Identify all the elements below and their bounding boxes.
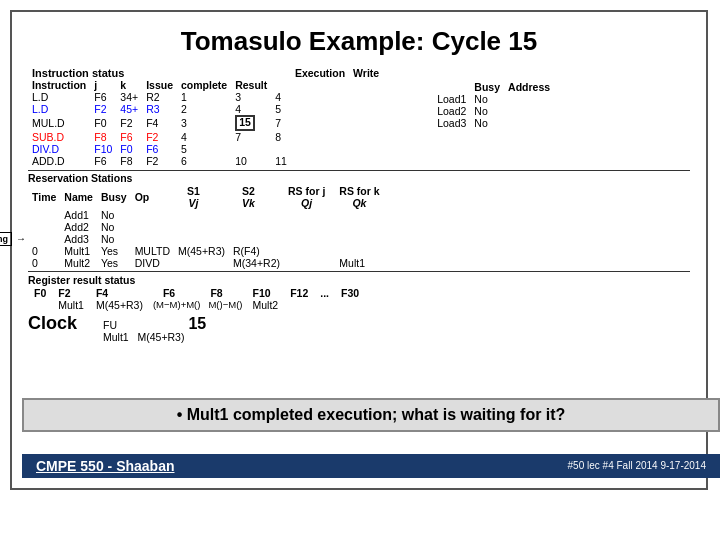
rs-row-add1: Add1 No [28, 209, 390, 221]
register-result-label: Register result status [28, 274, 690, 286]
main-container: Tomasulo Example: Cycle 15 Instruction s… [10, 10, 708, 490]
rs-row-add3: Add3 No [28, 233, 390, 245]
register-table: F0 F2 F4 F6 F8 F10 F12 ... F30 Mult1 M(4… [28, 287, 365, 311]
clock-value-row: 15 [188, 315, 236, 333]
instr-status-header: Instruction status [28, 67, 271, 79]
footer-right: #50 lec #4 Fall 2014 9-17-2014 [568, 459, 706, 473]
load-buffers-table: Busy Address Load1 No Load2 No Load3 [433, 81, 554, 167]
write-result-header: Write [349, 67, 383, 79]
col-k: k [116, 79, 142, 91]
clock-row: Clock FU Mult1 M(45+R3) 15 [28, 313, 690, 343]
page-title: Tomasulo Example: Cycle 15 [12, 12, 706, 65]
rs-table: Time Name Busy Op S1Vj S2Vk RS for jQj R… [28, 185, 390, 269]
col-issue: Issue [142, 79, 177, 91]
load-row-2: Load2 No [433, 105, 554, 117]
rs-row-mult1: 0 Mult1 Yes MULTD M(45+R3) R(F4) [28, 245, 390, 257]
clock-value: 15 [188, 315, 206, 333]
instr-row-5: DIV.D F10 F0 F6 5 [28, 143, 383, 155]
footer-title: CMPE 550 - Shaaban [36, 458, 175, 474]
rs-row-mult2: 0 Mult2 Yes DIVD M(34+R2) Mult1 [28, 257, 390, 269]
instr-row-6: ADD.D F6 F8 F2 6 10 11 [28, 155, 383, 167]
load-row-3: Load3 No [433, 117, 554, 129]
in-exec-box: In the executing [0, 232, 12, 246]
load-addr-header: Address [504, 81, 554, 93]
col-instruction: Instruction [28, 79, 90, 91]
clock-label: Clock [28, 313, 77, 334]
register-result-section: Register result status F0 F2 F4 F6 F8 F1… [28, 271, 690, 311]
instr-row-2: L.D F2 45+ R3 2 4 5 [28, 103, 383, 115]
bullet-text: • Mult1 completed execution; what is wai… [22, 398, 720, 432]
rs-label: Reservation Stations [28, 172, 390, 184]
clock-fu-values: Mult1 M(45+R3) [103, 331, 184, 343]
main-content: Instruction status Execution Write Instr… [12, 65, 706, 347]
reservation-stations-section: Reservation Stations Time Name Busy Op S… [28, 170, 690, 269]
instr-row-1: L.D F6 34+ R2 1 3 4 [28, 91, 383, 103]
instruction-status-table: Instruction status Execution Write Instr… [28, 67, 383, 167]
col-write: Result [231, 79, 271, 91]
instr-row-3: MUL.D F0 F2 F4 3 15 7 [28, 115, 383, 131]
arrow-indicator: → [16, 233, 26, 244]
instr-row-4: SUB.D F8 F6 F2 4 7 8 [28, 131, 383, 143]
load-busy-header: Busy [470, 81, 504, 93]
exec-complete-header: Execution [291, 67, 349, 79]
footer-bar: CMPE 550 - Shaaban #50 lec #4 Fall 2014 … [22, 454, 720, 478]
highlight-15: 15 [235, 115, 255, 131]
clock-fu-label: FU Mult1 M(45+R3) [103, 319, 184, 343]
rs-row-add2: Add2 No [28, 221, 390, 233]
col-exec: complete [177, 79, 231, 91]
col-j: j [90, 79, 116, 91]
load-row-1: Load1 No [433, 93, 554, 105]
